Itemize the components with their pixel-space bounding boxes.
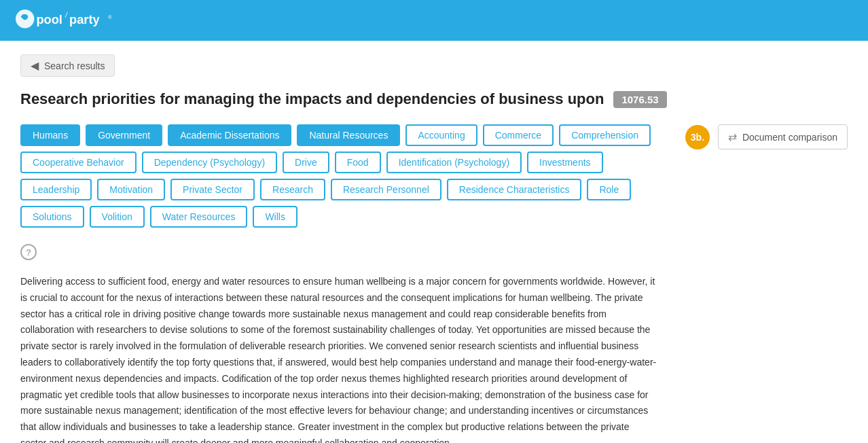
tag-academic-dissertations[interactable]: Academic Dissertations xyxy=(168,124,291,146)
tag-identification-psychology[interactable]: Identification (Psychology) xyxy=(386,152,522,173)
tag-research[interactable]: Research xyxy=(260,179,325,200)
header: pool / party ® xyxy=(0,0,868,41)
tag-natural-resources[interactable]: Natural Resources xyxy=(297,124,400,146)
right-panel: 3b. ⇄ Document comparison xyxy=(671,124,848,149)
abstract-text: Delivering access to sufficient food, en… xyxy=(20,274,657,443)
tag-private-sector[interactable]: Private Sector xyxy=(170,179,255,200)
tag-dependency-psychology[interactable]: Dependency (Psychology) xyxy=(142,152,277,173)
doc-compare-label: Document comparison xyxy=(742,132,837,143)
document-comparison-button[interactable]: ⇄ Document comparison xyxy=(718,124,848,149)
svg-text:pool: pool xyxy=(36,12,62,26)
page-title: Research priorities for managing the imp… xyxy=(20,90,604,108)
title-row: Research priorities for managing the imp… xyxy=(20,90,848,108)
tags-area: HumansGovernmentAcademic DissertationsNa… xyxy=(20,124,657,228)
svg-text:party: party xyxy=(69,12,100,26)
tag-leadership[interactable]: Leadership xyxy=(20,179,92,200)
tag-humans[interactable]: Humans xyxy=(20,124,80,146)
svg-text:/: / xyxy=(65,11,68,19)
score-badge: 1076.53 xyxy=(613,91,666,108)
main-content: ◀ Search results Research priorities for… xyxy=(0,41,868,443)
tag-drive[interactable]: Drive xyxy=(283,152,329,173)
help-icon[interactable]: ? xyxy=(20,244,37,260)
tag-solutions[interactable]: Solutions xyxy=(20,206,84,228)
tag-motivation[interactable]: Motivation xyxy=(97,179,165,200)
document-comparison-row: 3b. ⇄ Document comparison xyxy=(685,124,848,149)
back-arrow-icon: ◀ xyxy=(31,59,39,72)
tag-food[interactable]: Food xyxy=(335,152,381,173)
logo-image: pool / party ® xyxy=(14,7,117,33)
svg-text:®: ® xyxy=(108,14,112,20)
tag-volition[interactable]: Volition xyxy=(90,206,145,228)
tag-role[interactable]: Role xyxy=(587,179,631,200)
doc-compare-badge: 3b. xyxy=(685,125,710,149)
tag-comprehension[interactable]: Comprehension xyxy=(559,124,651,146)
tag-water-resources[interactable]: Water Resources xyxy=(150,206,248,228)
tag-investments[interactable]: Investments xyxy=(527,152,602,173)
search-results-breadcrumb[interactable]: ◀ Search results xyxy=(20,54,115,77)
compare-icon: ⇄ xyxy=(728,130,737,143)
tag-commerce[interactable]: Commerce xyxy=(483,124,554,146)
tag-wills[interactable]: Wills xyxy=(253,206,297,228)
tag-government[interactable]: Government xyxy=(86,124,162,146)
tag-cooperative-behavior[interactable]: Cooperative Behavior xyxy=(20,152,137,173)
tag-research-personnel[interactable]: Research Personnel xyxy=(331,179,441,200)
tag-residence-characteristics[interactable]: Residence Characteristics xyxy=(447,179,582,200)
breadcrumb-label: Search results xyxy=(44,60,105,71)
logo: pool / party ® xyxy=(14,7,117,33)
tag-accounting[interactable]: Accounting xyxy=(405,124,477,146)
